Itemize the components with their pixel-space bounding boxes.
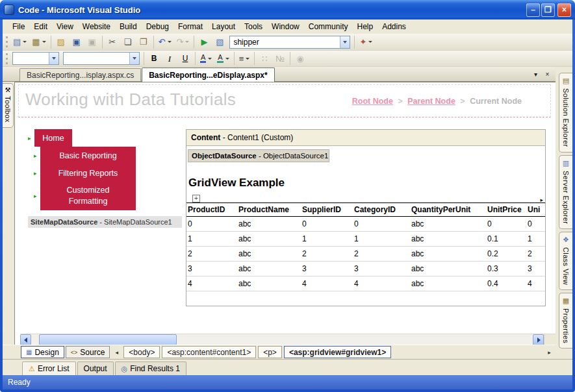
gridview-heading: GridView Example bbox=[188, 177, 545, 190]
tab-output[interactable]: Output bbox=[77, 361, 114, 375]
tag-body[interactable]: <body> bbox=[123, 346, 160, 358]
breadcrumb-link-root[interactable]: Root Node bbox=[352, 97, 393, 106]
save-button[interactable]: ▣ bbox=[70, 35, 84, 49]
tab-markup[interactable]: BasicReporting...eDisplay.aspx* bbox=[142, 67, 275, 82]
nav-arrow-icon: ▸ bbox=[34, 153, 40, 159]
italic-button[interactable]: I bbox=[162, 51, 177, 66]
nav-item-home[interactable]: ▸ Home bbox=[28, 129, 136, 147]
design-view-button[interactable]: ▦ Design bbox=[21, 346, 64, 358]
chevron-down-icon[interactable] bbox=[129, 53, 139, 64]
close-button[interactable]: × bbox=[557, 3, 571, 17]
tab-properties[interactable]: ▦ Properties bbox=[559, 293, 572, 349]
menu-item[interactable]: Community bbox=[304, 20, 353, 33]
menu-item[interactable]: Tools bbox=[240, 20, 267, 33]
menu-item[interactable]: Layout bbox=[207, 20, 240, 33]
menu-item[interactable]: Build bbox=[115, 20, 142, 33]
gridview-move-handle[interactable]: + bbox=[192, 195, 200, 202]
scrollbar-track[interactable] bbox=[31, 334, 533, 345]
nav-item-filtering-reports[interactable]: ▸ Filtering Reports bbox=[34, 164, 136, 182]
block-format-combobox[interactable] bbox=[12, 52, 59, 65]
chevron-down-icon[interactable] bbox=[340, 36, 350, 48]
menu-item[interactable]: Website bbox=[78, 20, 115, 33]
sitemapdatasource-control[interactable]: SiteMapDataSource - SiteMapDataSource1 bbox=[28, 216, 182, 228]
save-all-button[interactable]: ▣ bbox=[85, 35, 99, 49]
underline-button[interactable]: U bbox=[178, 51, 192, 66]
breadcrumb-link-parent[interactable]: Parent Node bbox=[407, 97, 455, 106]
tag-scroll-right-button[interactable]: ▸ bbox=[545, 346, 554, 358]
tag-scroll-left-button[interactable]: ◂ bbox=[112, 346, 121, 358]
tab-find-results[interactable]: ◎ Find Results 1 bbox=[115, 361, 186, 375]
font-name-combobox[interactable] bbox=[63, 52, 140, 65]
minimize-button[interactable]: – bbox=[526, 3, 540, 17]
scroll-left-button[interactable] bbox=[20, 334, 31, 345]
add-new-item-button[interactable]: ▦ bbox=[30, 35, 47, 49]
scroll-right-button[interactable] bbox=[533, 334, 544, 345]
tab-server-explorer[interactable]: ▥ Server Explorer bbox=[559, 155, 572, 229]
bold-button[interactable]: B bbox=[147, 51, 161, 66]
warning-icon: ⚠ bbox=[29, 365, 35, 373]
close-document-button[interactable]: × bbox=[543, 69, 552, 79]
objectdatasource-control[interactable]: ObjectDataSource - ObjectDataSource1 bbox=[188, 149, 329, 162]
grid-cell: 3 bbox=[526, 262, 545, 276]
alignment-button[interactable]: ≡ bbox=[237, 51, 252, 66]
font-color-button[interactable]: A bbox=[198, 51, 214, 66]
tag-p[interactable]: <p> bbox=[258, 346, 282, 358]
nav-item-customized-formatting[interactable]: ▸ Customized Formatting bbox=[34, 182, 136, 210]
numbered-list-button[interactable]: № bbox=[273, 51, 287, 66]
class-view-icon: ❖ bbox=[563, 236, 569, 244]
source-view-button[interactable]: <> Source bbox=[66, 346, 110, 358]
bullet-list-button[interactable]: ∷ bbox=[257, 51, 272, 66]
hyperlink-button[interactable]: ◉ bbox=[293, 51, 307, 66]
menu-item[interactable]: Edit bbox=[29, 20, 52, 33]
menu-item[interactable]: Debug bbox=[142, 20, 173, 33]
tab-error-list[interactable]: ⚠ Error List bbox=[22, 361, 76, 375]
redo-button[interactable]: ↷ bbox=[175, 35, 192, 49]
design-surface[interactable]: Working with Data Tutorials Root Node > … bbox=[14, 82, 556, 345]
start-debugging-button[interactable]: ▶ bbox=[197, 35, 211, 49]
paste-button[interactable]: ❐ bbox=[136, 35, 151, 49]
tag-asp-content[interactable]: <asp:content#content1> bbox=[162, 346, 256, 358]
menu-item[interactable]: View bbox=[52, 20, 78, 33]
chevron-down-icon[interactable] bbox=[49, 53, 58, 64]
toolbar-separator bbox=[254, 52, 255, 65]
title-bar[interactable]: Code - Microsoft Visual Studio –❐× bbox=[0, 0, 575, 19]
menu-item[interactable]: Addins bbox=[377, 20, 411, 33]
nav-item-label: Home bbox=[34, 129, 72, 147]
menu-item[interactable]: Help bbox=[352, 20, 377, 33]
grid-cell: 0 bbox=[353, 217, 410, 232]
maximize-button[interactable]: ❐ bbox=[541, 3, 555, 17]
tab-solution-explorer[interactable]: ▤ Solution Explorer bbox=[559, 73, 572, 153]
menu-item[interactable]: File bbox=[8, 20, 29, 33]
scrollbar-thumb[interactable] bbox=[39, 334, 177, 345]
toolbar-combobox[interactable]: shipper bbox=[229, 36, 350, 49]
other-windows-button[interactable]: ✦ bbox=[357, 35, 374, 49]
menu-item[interactable]: Window bbox=[267, 20, 304, 33]
menu-item[interactable]: Format bbox=[173, 20, 207, 33]
tab-class-view[interactable]: ❖ Class View bbox=[559, 232, 572, 290]
grid-cell: 0.4 bbox=[486, 276, 526, 291]
nav-item-basic-reporting[interactable]: ▸ Basic Reporting bbox=[34, 147, 136, 164]
tab-code-behind[interactable]: BasicReporting...isplay.aspx.cs bbox=[19, 68, 141, 81]
copy-button[interactable]: ❏ bbox=[121, 35, 135, 49]
grid-cell: abc bbox=[237, 232, 301, 247]
gridview-control[interactable]: + ▸ ProductIDProductNameSupplierIDCatego… bbox=[186, 202, 545, 291]
horizontal-scrollbar[interactable] bbox=[20, 334, 556, 345]
highlight-button[interactable]: A bbox=[215, 51, 231, 66]
window-controls: –❐× bbox=[526, 3, 571, 17]
tab-toolbox[interactable]: ⚒ Toolbox bbox=[3, 83, 14, 128]
view-in-browser-button[interactable]: ▧ bbox=[212, 35, 227, 49]
new-website-button[interactable]: ▤ bbox=[11, 35, 29, 49]
undo-button[interactable]: ↶ bbox=[157, 35, 173, 49]
status-bar: Ready bbox=[3, 375, 572, 389]
control-id: - SiteMapDataSource1 bbox=[97, 218, 172, 226]
client-area: FileEditViewWebsiteBuildDebugFormatLayou… bbox=[3, 19, 572, 389]
gridview-table[interactable]: ProductIDProductNameSupplierIDCategoryID… bbox=[186, 202, 545, 291]
content-region-header[interactable]: Content - Content1 (Custom) bbox=[186, 130, 545, 146]
gridview-smart-tag[interactable]: ▸ bbox=[540, 197, 543, 203]
control-name: SiteMapDataSource bbox=[31, 218, 97, 226]
cut-button[interactable]: ✂ bbox=[105, 35, 120, 49]
document-list-button[interactable]: ▾ bbox=[531, 69, 541, 79]
content-region[interactable]: Content - Content1 (Custom) ObjectDataSo… bbox=[186, 129, 546, 306]
open-file-button[interactable]: ▨ bbox=[54, 35, 68, 49]
tag-asp-gridview[interactable]: <asp:gridview#gridview1> bbox=[284, 346, 391, 358]
